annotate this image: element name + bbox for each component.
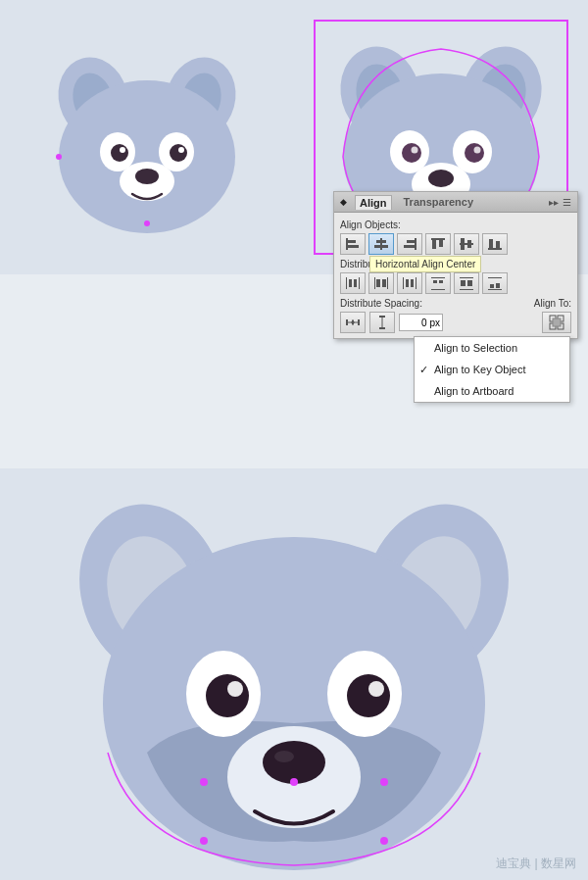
svg-rect-73	[379, 327, 385, 329]
svg-rect-44	[489, 239, 493, 248]
svg-point-86	[206, 674, 249, 717]
svg-rect-48	[349, 279, 352, 287]
svg-rect-33	[374, 245, 388, 248]
distribute-objects-row	[340, 272, 571, 294]
panel-close-icon[interactable]: ☰	[563, 197, 571, 208]
svg-rect-32	[376, 240, 386, 243]
svg-point-7	[111, 144, 128, 162]
svg-rect-72	[379, 316, 385, 318]
svg-rect-55	[416, 277, 416, 289]
svg-point-96	[380, 837, 388, 845]
svg-rect-38	[432, 240, 436, 249]
svg-rect-57	[411, 279, 414, 287]
align-to-selection-item[interactable]: Align to Selection	[415, 337, 569, 359]
dist-bottom-btn[interactable]	[482, 272, 508, 294]
svg-point-88	[227, 681, 243, 697]
svg-point-14	[56, 154, 62, 160]
svg-rect-53	[382, 279, 386, 287]
dist-vert-spacing-btn[interactable]	[369, 312, 395, 333]
svg-rect-60	[433, 280, 437, 283]
svg-point-12	[135, 169, 159, 184]
svg-rect-46	[346, 277, 347, 289]
align-to-key-object-item[interactable]: Align to Key Object	[415, 359, 569, 380]
svg-rect-65	[467, 280, 472, 286]
svg-point-97	[290, 778, 298, 786]
dist-right-btn[interactable]	[397, 272, 422, 294]
svg-point-9	[120, 147, 125, 153]
svg-rect-30	[348, 245, 359, 248]
dist-top-btn[interactable]	[425, 272, 451, 294]
svg-point-8	[170, 144, 187, 162]
raccoon-left-container	[0, 0, 294, 274]
dist-center-h-btn[interactable]	[368, 272, 394, 294]
raccoon-large-svg	[59, 478, 529, 870]
svg-point-4	[59, 80, 235, 233]
svg-rect-67	[488, 289, 502, 290]
align-objects-label: Align Objects:	[340, 220, 571, 230]
svg-rect-42	[467, 240, 471, 248]
svg-point-13	[144, 220, 150, 226]
svg-point-94	[380, 778, 388, 786]
panel-header: ◆ Align Transparency ▸▸ ☰	[334, 192, 577, 213]
panel-menu-icon[interactable]: ▸▸	[549, 197, 559, 208]
watermark: 迪宝典 | 数星网	[496, 856, 576, 872]
svg-rect-49	[354, 279, 357, 287]
align-bottom-btn[interactable]	[482, 233, 508, 255]
spacing-controls-row: 0 px Align to Selection Align to Key Obj…	[340, 312, 571, 333]
svg-point-91	[263, 741, 325, 784]
svg-point-93	[200, 778, 208, 786]
svg-rect-29	[348, 240, 356, 243]
svg-point-89	[368, 681, 384, 697]
svg-rect-50	[374, 277, 375, 289]
dist-left-btn[interactable]	[340, 272, 366, 294]
dist-horiz-spacing-btn[interactable]	[340, 312, 366, 333]
transparency-tab[interactable]: Transparency	[400, 195, 478, 209]
svg-rect-36	[404, 245, 415, 248]
svg-rect-62	[460, 277, 473, 278]
svg-rect-28	[346, 238, 348, 250]
svg-point-23	[465, 143, 484, 163]
svg-rect-41	[461, 238, 465, 250]
align-left-btn[interactable]	[340, 233, 366, 255]
align-right-btn[interactable]	[397, 233, 422, 255]
svg-rect-39	[439, 240, 443, 247]
svg-rect-68	[490, 284, 494, 288]
panel-icons: ▸▸ ☰	[549, 197, 571, 208]
svg-point-92	[274, 751, 294, 762]
svg-rect-78	[553, 318, 561, 326]
raccoon-left-svg	[39, 39, 255, 235]
svg-rect-35	[407, 240, 415, 243]
svg-point-87	[347, 674, 390, 717]
align-top-btn[interactable]	[425, 233, 451, 255]
dist-center-v-btn[interactable]	[454, 272, 479, 294]
spacing-value-input[interactable]: 0 px	[399, 314, 443, 331]
svg-rect-59	[431, 289, 445, 290]
watermark-domain: 数星网	[541, 856, 576, 870]
align-center-btn[interactable]: Horizontal Align Center	[368, 233, 394, 255]
align-tab[interactable]: Align	[355, 195, 392, 210]
svg-rect-52	[376, 279, 380, 287]
align-to-dropdown-btn[interactable]: Align to Selection Align to Key Object A…	[542, 312, 571, 333]
svg-rect-45	[496, 241, 500, 248]
svg-rect-34	[415, 238, 416, 250]
svg-rect-31	[380, 238, 382, 250]
panel-body: Align Objects: Horizontal Align Center	[334, 213, 577, 338]
svg-point-25	[474, 147, 481, 154]
svg-rect-37	[431, 238, 445, 240]
align-to-dropdown-menu: Align to Selection Align to Key Object A…	[414, 336, 570, 403]
align-middle-btn[interactable]	[454, 233, 479, 255]
svg-rect-63	[460, 289, 473, 290]
align-panel: ◆ Align Transparency ▸▸ ☰ Align Objects:…	[333, 191, 578, 339]
svg-point-24	[412, 147, 418, 154]
svg-rect-56	[406, 279, 409, 287]
svg-point-95	[200, 837, 208, 845]
align-to-artboard-item[interactable]: Align to Artboard	[415, 380, 569, 402]
svg-rect-54	[403, 277, 404, 289]
svg-point-27	[428, 170, 454, 187]
svg-rect-66	[488, 277, 502, 278]
svg-rect-71	[358, 319, 360, 325]
align-to-label: Align To:	[534, 298, 571, 309]
svg-rect-61	[439, 280, 443, 283]
svg-rect-43	[488, 248, 502, 250]
svg-rect-70	[346, 319, 348, 325]
